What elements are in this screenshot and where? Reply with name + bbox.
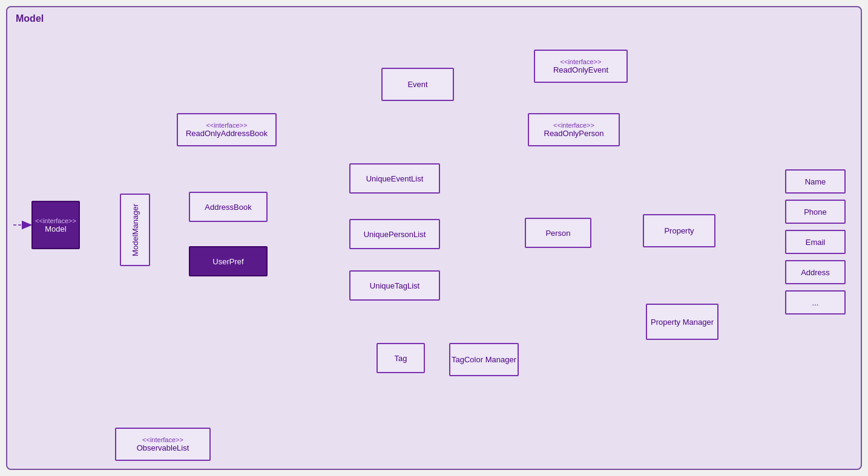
readonly-addressbook-label: ReadOnlyAddressBook [186,129,268,138]
model-interface-box: <<interface>> Model [31,201,80,249]
person-label: Person [545,229,570,238]
addressbook-label: AddressBook [205,203,251,212]
tag-label: Tag [395,354,407,363]
diagram-title: Model [16,13,44,24]
unique-tag-list-label: UniqueTagList [370,281,419,290]
event-label: Event [407,80,427,89]
diagram-container: Model to <> Mode [6,6,862,470]
tagcolor-manager-label: TagColor Manager [452,355,516,364]
readonly-event-stereotype: <<interface>> [561,58,602,65]
property-manager-box: Property Manager [646,304,718,340]
tag-box: Tag [376,343,425,373]
readonly-event-label: ReadOnlyEvent [553,65,608,74]
model-interface-label: Model [45,224,66,233]
ellipsis-box: ... [785,290,846,315]
unique-person-list-box: UniquePersonList [349,219,440,249]
person-box: Person [525,218,591,248]
unique-tag-list-box: UniqueTagList [349,270,440,301]
address-label: Address [801,268,830,277]
userpref-label: UserPref [212,257,243,266]
tagcolor-manager-box: TagColor Manager [449,343,519,376]
unique-event-list-box: UniqueEventList [349,163,440,194]
unique-person-list-label: UniquePersonList [364,230,426,239]
model-manager-box: ModelManager [120,194,150,266]
phone-label: Phone [804,207,827,217]
model-interface-stereotype: <<interface>> [35,217,76,224]
addressbook-box: AddressBook [189,192,268,222]
property-box: Property [643,214,715,247]
ellipsis-label: ... [812,298,819,307]
observable-list-box: <<interface>> ObservableList [115,428,211,461]
unique-event-list-label: UniqueEventList [366,174,424,183]
readonly-event-box: <<interface>> ReadOnlyEvent [534,50,628,83]
phone-box: Phone [785,200,846,224]
property-manager-label: Property Manager [651,318,714,327]
readonly-person-stereotype: <<interface>> [553,122,594,129]
name-label: Name [805,177,826,186]
readonly-addressbook-stereotype: <<interface>> [206,122,248,129]
readonly-addressbook-box: <<interface>> ReadOnlyAddressBook [177,113,277,146]
observable-list-label: ObservableList [137,443,189,452]
observable-list-stereotype: <<interface>> [142,436,183,443]
email-label: Email [806,238,826,247]
readonly-person-box: <<interface>> ReadOnlyPerson [528,113,620,146]
userpref-box: UserPref [189,246,268,276]
name-box: Name [785,169,846,194]
readonly-person-label: ReadOnlyPerson [544,129,604,138]
model-manager-label: ModelManager [131,204,140,256]
event-box: Event [381,68,454,101]
email-box: Email [785,230,846,254]
address-box: Address [785,260,846,284]
property-label: Property [664,226,694,235]
